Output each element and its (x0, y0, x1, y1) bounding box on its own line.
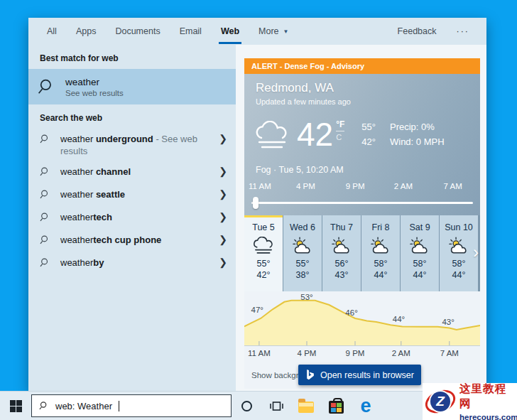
wind-value: Wind: 0 MPH (390, 134, 445, 149)
suggestion-row[interactable]: weatherby❯ (28, 252, 236, 275)
more-options-icon[interactable]: ··· (457, 18, 470, 45)
tile-day-label: Thu 7 (330, 222, 353, 232)
today-high: 55° (361, 119, 376, 134)
tab-all[interactable]: All (47, 18, 57, 45)
tab-list: AllAppsDocumentsEmailWebMore▼ (47, 18, 308, 45)
chart-point-label: 43° (442, 318, 454, 326)
condition-summary: Fog · Tue 5, 10:20 AM (256, 165, 344, 175)
cortana-icon (241, 401, 252, 411)
search-flyout: AllAppsDocumentsEmailWebMore▼ Feedback ·… (28, 18, 486, 391)
weather-updated: Updated a few minutes ago (256, 97, 351, 106)
chevron-right-icon[interactable]: ❯ (213, 234, 227, 246)
time-slider-thumb[interactable] (253, 197, 258, 209)
search-icon (40, 166, 51, 180)
tile-high: 55° (296, 258, 310, 269)
feedback-button[interactable]: Feedback (398, 18, 437, 45)
chevron-right-icon[interactable]: ❯ (213, 211, 227, 223)
forecast-tile-tue-5[interactable]: Tue 555°42° (244, 215, 283, 291)
forecast-tile-sun-10[interactable]: Sun 1058°44° (440, 215, 478, 291)
suggestion-text: weather underground - See web results (60, 133, 206, 157)
precip-value: Precip: 0% (390, 119, 445, 134)
unit-fahrenheit[interactable]: °F (336, 119, 344, 131)
store-icon (329, 401, 344, 414)
chart-point-label: 46° (345, 308, 357, 317)
suggestion-row[interactable]: weathertech cup phone❯ (28, 230, 236, 252)
open-results-label: Open results in browser (320, 370, 414, 380)
chart-x-tick-label: 11 AM (248, 349, 271, 357)
hour-label: 2 AM (394, 182, 413, 190)
weather-location: Redmond, WA (256, 81, 334, 95)
tab-web[interactable]: Web (221, 18, 239, 45)
suggestion-row[interactable]: weather channel❯ (28, 161, 236, 184)
tile-low: 43° (335, 269, 349, 281)
time-slider[interactable] (251, 202, 473, 204)
tab-bar: AllAppsDocumentsEmailWebMore▼ Feedback ·… (28, 18, 486, 45)
task-view-button[interactable] (261, 392, 291, 420)
forecast-tile-sat-9[interactable]: Sat 958°44° (401, 215, 439, 291)
tile-day-label: Tue 5 (252, 222, 275, 232)
hour-label: 7 AM (444, 182, 462, 190)
watermark-en-text: herecours.com (459, 413, 517, 420)
suggestion-list: weather underground - See web results❯we… (28, 129, 236, 275)
today-low: 42° (361, 134, 376, 149)
edge-icon: e (360, 397, 371, 416)
file-explorer-button[interactable] (291, 392, 321, 420)
tab-apps[interactable]: Apps (76, 18, 97, 45)
tile-day-label: Fri 8 (372, 222, 390, 232)
current-temp: 42 (297, 118, 333, 151)
best-match-title: weather (65, 77, 124, 87)
watermark-logo-icon: Z (424, 386, 458, 417)
search-icon (40, 212, 51, 225)
next-days-chevron-icon[interactable]: › (473, 244, 479, 261)
tile-low: 38° (296, 269, 310, 281)
site-watermark: Z 这里教程网 herecours.com (423, 383, 517, 420)
forecast-tile-thu-7[interactable]: Thu 756°43° (322, 215, 361, 291)
partly-sunny-icon (408, 234, 432, 258)
chart-axis-line (244, 345, 480, 346)
search-icon (40, 189, 51, 203)
chevron-right-icon[interactable]: ❯ (213, 257, 227, 269)
fog-icon (252, 234, 275, 258)
edge-button[interactable]: e (351, 392, 381, 420)
task-view-icon (270, 400, 283, 412)
weather-card: ALERT - Dense Fog - Advisory Redmond, WA… (244, 58, 480, 389)
taskbar-search-input[interactable]: web: Weather (31, 394, 232, 417)
chart-point-label: 44° (393, 315, 405, 323)
tile-low: 44° (413, 269, 427, 281)
web-preview-panel: ALERT - Dense Fog - Advisory Redmond, WA… (236, 45, 486, 391)
tile-day-label: Wed 6 (290, 222, 315, 232)
cortana-button[interactable] (232, 392, 261, 420)
tab-more[interactable]: More▼ (258, 18, 288, 45)
fog-icon (254, 121, 290, 154)
partly-sunny-icon (290, 234, 315, 258)
suggestion-row[interactable]: weather seattle❯ (28, 184, 236, 207)
forecast-tile-wed-6[interactable]: Wed 655°38° (283, 215, 322, 291)
forecast-tile-fri-8[interactable]: Fri 858°44° (361, 215, 400, 291)
suggestion-text: weather seattle (60, 188, 125, 200)
bing-icon (305, 370, 315, 380)
tab-email[interactable]: Email (180, 18, 202, 45)
suggestion-row[interactable]: weather underground - See web results❯ (28, 129, 236, 161)
temperature-chart: 47°53°46°44°43°11 AM4 PM9 PM2 AM7 AM (244, 291, 480, 361)
hour-label: 11 AM (249, 182, 271, 190)
chevron-right-icon[interactable]: ❯ (213, 133, 227, 145)
best-match-header: Best match for web (28, 45, 236, 69)
best-match-result[interactable]: weather See web results (28, 69, 236, 104)
search-icon (40, 257, 51, 271)
chart-point-label: 47° (251, 306, 263, 314)
results-panel: Best match for web weather See web resul… (28, 45, 236, 391)
start-button[interactable] (0, 392, 31, 420)
tile-high: 58° (452, 258, 466, 269)
microsoft-store-button[interactable] (321, 392, 351, 420)
chevron-right-icon[interactable]: ❯ (213, 188, 227, 200)
hour-labels: 11 AM4 PM9 PM2 AM7 AM (244, 182, 480, 192)
unit-celsius[interactable]: C (336, 133, 344, 141)
partly-sunny-icon (447, 234, 471, 258)
suggestion-row[interactable]: weathertech❯ (28, 207, 236, 230)
tile-low: 42° (257, 269, 271, 281)
open-results-in-browser-button[interactable]: Open results in browser (298, 365, 421, 385)
chevron-right-icon[interactable]: ❯ (213, 166, 227, 178)
weather-alert-banner[interactable]: ALERT - Dense Fog - Advisory (244, 58, 480, 74)
tab-documents[interactable]: Documents (115, 18, 160, 45)
watermark-cn-text: 这里教程网 (459, 382, 517, 411)
